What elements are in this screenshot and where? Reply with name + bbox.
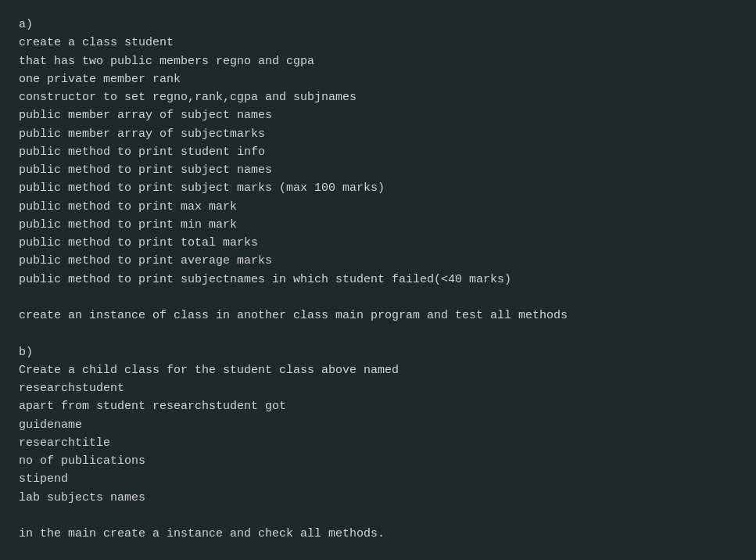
code-content: a) create a class student that has two p… <box>0 0 756 560</box>
